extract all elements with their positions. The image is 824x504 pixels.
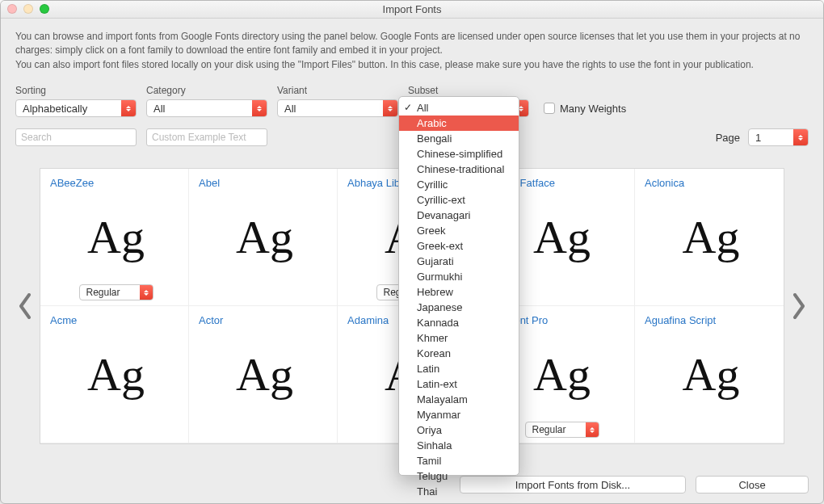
description-line-1: You can browse and import fonts from Goo… xyxy=(15,30,809,58)
subset-menu-item[interactable]: Korean xyxy=(399,346,519,361)
dropdown-icon xyxy=(121,100,136,116)
subset-menu-item[interactable]: All xyxy=(399,100,519,116)
subset-menu-item[interactable]: Chinese-simplified xyxy=(399,146,519,162)
close-window-icon[interactable] xyxy=(7,4,17,14)
font-sample: Ag xyxy=(50,189,182,284)
font-sample: Ag xyxy=(199,326,330,422)
subset-menu-item[interactable]: Greek xyxy=(399,223,519,238)
font-sample: Ag xyxy=(645,189,777,284)
subset-menu-item[interactable]: Cyrillic xyxy=(399,177,519,192)
close-button[interactable]: Close xyxy=(696,476,809,494)
category-label: Category xyxy=(146,85,267,96)
font-variant-select[interactable]: Regular xyxy=(79,284,153,300)
subset-menu-item[interactable]: Sinhala xyxy=(399,438,519,453)
dropdown-icon xyxy=(793,129,808,145)
font-variant-value: Regular xyxy=(86,287,120,298)
subset-menu-item[interactable]: Telugu xyxy=(399,468,519,484)
window-controls xyxy=(7,4,49,14)
subset-menu-item[interactable]: Myanmar xyxy=(399,407,519,422)
description-line-2: You can also import font files stored lo… xyxy=(15,58,809,72)
font-cell[interactable]: ActorAg xyxy=(189,306,338,443)
subset-menu-item[interactable]: Devanagari xyxy=(399,208,519,223)
font-variant-value: Regular xyxy=(532,424,566,435)
subset-menu-item[interactable]: Hebrew xyxy=(399,284,519,300)
font-name: ABeeZee xyxy=(50,177,182,189)
font-cell[interactable]: AclonicaAg xyxy=(635,169,784,306)
prev-page-button[interactable] xyxy=(15,288,35,324)
font-sample: Ag xyxy=(645,326,777,422)
subset-menu-item[interactable]: Vietnamese xyxy=(399,499,519,504)
font-name: Actor xyxy=(199,314,330,326)
subset-menu-item[interactable]: Chinese-traditional xyxy=(399,162,519,177)
font-sample: Ag xyxy=(50,326,182,422)
subset-menu-item[interactable]: Malayalam xyxy=(399,392,519,407)
subset-menu-item[interactable]: Cyrillic-ext xyxy=(399,192,519,208)
font-cell-footer xyxy=(645,284,777,300)
subset-menu-item[interactable]: Thai xyxy=(399,484,519,499)
sorting-select[interactable]: Alphabetically xyxy=(15,99,137,117)
font-cell[interactable]: AcmeAg xyxy=(40,306,189,443)
subset-menu-item[interactable]: Tamil xyxy=(399,453,519,468)
page-value: 1 xyxy=(755,132,761,144)
font-name: Aguafina Script xyxy=(645,314,777,326)
font-name: Abel xyxy=(199,177,330,189)
font-variant-select[interactable]: Regular xyxy=(525,422,599,438)
category-value: All xyxy=(153,103,165,115)
dropdown-icon xyxy=(252,100,267,116)
dropdown-icon xyxy=(383,100,397,116)
subset-label: Subset xyxy=(408,85,529,96)
sorting-value: Alphabetically xyxy=(23,103,87,115)
font-cell-footer: Regular xyxy=(50,284,182,300)
subset-menu-item[interactable]: Arabic xyxy=(399,116,519,131)
import-fonts-window: Import Fonts You can browse and import f… xyxy=(0,0,824,504)
chevron-left-icon xyxy=(18,293,32,319)
font-cell[interactable]: ABeeZeeAgRegular xyxy=(40,169,189,306)
sorting-label: Sorting xyxy=(15,85,137,96)
window-title: Import Fonts xyxy=(383,3,442,15)
minimize-window-icon[interactable] xyxy=(23,4,33,14)
font-cell-footer xyxy=(199,422,330,438)
chevron-right-icon xyxy=(792,293,806,319)
font-cell-footer xyxy=(645,422,777,438)
font-sample: Ag xyxy=(199,189,330,284)
search-input[interactable] xyxy=(15,128,137,146)
font-cell[interactable]: AbelAg xyxy=(189,169,338,306)
page-label: Page xyxy=(716,132,740,144)
subset-menu-item[interactable]: Latin-ext xyxy=(399,376,519,392)
subset-menu-item[interactable]: Kannada xyxy=(399,315,519,330)
next-page-button[interactable] xyxy=(789,288,809,324)
subset-menu-item[interactable]: Japanese xyxy=(399,300,519,315)
font-cell-footer xyxy=(199,284,330,300)
font-cell-footer xyxy=(50,422,182,438)
subset-menu-item[interactable]: Bengali xyxy=(399,131,519,146)
font-name: Aclonica xyxy=(645,177,777,189)
page-select[interactable]: 1 xyxy=(748,128,809,146)
font-name: Acme xyxy=(50,314,182,326)
variant-label: Variant xyxy=(277,85,398,96)
variant-value: All xyxy=(284,103,296,115)
example-text-input[interactable] xyxy=(146,128,267,146)
variant-select[interactable]: All xyxy=(277,99,398,117)
dropdown-icon xyxy=(140,285,153,300)
subset-menu-item[interactable]: Latin xyxy=(399,361,519,376)
subset-dropdown-menu[interactable]: AllArabicBengaliChinese-simplifiedChines… xyxy=(398,96,519,476)
subset-menu-item[interactable]: Khmer xyxy=(399,330,519,346)
import-button-label: Import Fonts from Disk... xyxy=(515,479,630,491)
close-button-label: Close xyxy=(738,479,765,491)
font-cell[interactable]: Aguafina ScriptAg xyxy=(635,306,784,443)
zoom-window-icon[interactable] xyxy=(40,4,49,14)
subset-menu-item[interactable]: Greek-ext xyxy=(399,238,519,254)
subset-menu-item[interactable]: Gujarati xyxy=(399,254,519,269)
many-weights-label: Many Weights xyxy=(560,103,626,115)
subset-menu-item[interactable]: Gurmukhi xyxy=(399,269,519,284)
subset-menu-item[interactable]: Oriya xyxy=(399,422,519,438)
titlebar: Import Fonts xyxy=(1,1,823,19)
category-select[interactable]: All xyxy=(146,99,267,117)
many-weights-checkbox[interactable] xyxy=(544,103,555,114)
dropdown-icon xyxy=(586,422,599,437)
